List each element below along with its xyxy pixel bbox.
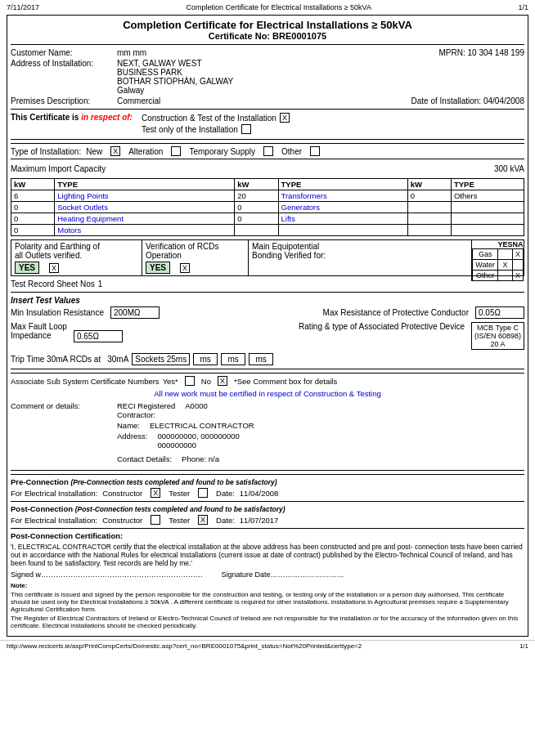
address-row2: Address: 000000000, 000000000 000000000: [117, 432, 524, 450]
col-kw1: kW: [11, 179, 55, 190]
cell-type1-r2: Socket Outlets: [55, 202, 235, 213]
address-row: Address of Installation: NEXT, GALWAY WE…: [11, 59, 524, 95]
pre-constructor-label: Constructor: [102, 489, 142, 498]
table-row: 0 Heating Equipment 0 Lifts: [11, 213, 524, 225]
cell-kw1-r1: 6: [11, 190, 55, 202]
verification-x-checkbox[interactable]: X: [180, 263, 190, 273]
other-yes: [497, 271, 512, 281]
date-install-row: Date of Installation: 04/04/2008: [411, 96, 524, 105]
temp-checkbox[interactable]: [263, 146, 273, 156]
cell-kw1-r2: 0: [11, 202, 55, 213]
footer-bar: http://www.recicerts.ie/asp/PrintCompCer…: [0, 640, 535, 651]
polarity-right: Main Equipotential Bonding Verified for:…: [249, 240, 524, 275]
max-import-row: Maximum Import Capacity 300 kVA: [11, 163, 524, 175]
verification-label: Verification of RCDs: [146, 242, 245, 251]
reci-label: RECI Registered Contractor:: [117, 401, 175, 419]
rating-label: Rating & type of Associated Protective D…: [299, 322, 465, 331]
pre-constructor-checkbox[interactable]: X: [151, 488, 160, 498]
insulation-row: Min Insulation Resistance 200MΩ Max Resi…: [11, 306, 524, 319]
associate-note: *See Comment box for details: [234, 377, 337, 386]
table-row: 0 Socket Outlets 0 Generators: [11, 202, 524, 213]
premises-value: Commercial: [117, 96, 411, 105]
construction-checkbox[interactable]: X: [280, 113, 290, 123]
post-sig-row: For Electrical Installation: Constructor…: [11, 515, 524, 525]
cell-kw2-r3: 0: [235, 213, 278, 225]
main-label2: Bonding Verified for:: [252, 251, 463, 260]
construction-label: Construction & Test of the Installation: [142, 114, 276, 123]
polarity-label: Polarity and Earthing of: [15, 242, 138, 251]
min-insulation-value: 200MΩ: [110, 306, 160, 319]
customer-name-value: mm mm: [117, 48, 438, 57]
note-section: Note: This certificate is issued and sig…: [11, 582, 524, 629]
installation-type-row: Type of Installation: New X Alteration T…: [11, 143, 524, 159]
trip-value: Sockets 25ms: [132, 353, 190, 365]
post-tester-checkbox[interactable]: X: [198, 515, 208, 525]
address-value: NEXT, GALWAY WEST BUSINESS PARK BOTHAR S…: [117, 59, 524, 95]
comment-right: RECI Registered Contractor: A0000 Name: …: [117, 401, 524, 467]
pre-tester-checkbox[interactable]: [198, 488, 208, 498]
page: 7/11/2017 Completion Certificate for Ele…: [0, 0, 535, 651]
pre-sig-row: For Electrical Installation: Constructor…: [11, 488, 524, 498]
top-bar: 7/11/2017 Completion Certificate for Ele…: [0, 0, 535, 15]
alteration-checkbox[interactable]: [171, 146, 181, 156]
water-yes: X: [497, 260, 512, 271]
fault-loop-group: Max Fault Loop Impedance: [11, 322, 67, 340]
top-page: 1/1: [518, 3, 528, 11]
divider1: [11, 109, 524, 110]
cert-text: 'I, ELECTRICAL CONTRACTOR certify that t…: [11, 543, 524, 567]
pre-title: Pre-Connection (Pre-Connection tests com…: [11, 477, 524, 486]
fault-loop-row: Max Fault Loop Impedance 0.65Ω Rating & …: [11, 322, 524, 350]
respect-text: This Certificate is in respect of:: [11, 113, 133, 122]
new-checkbox[interactable]: X: [110, 146, 120, 156]
pre-date-label: Date:: [216, 489, 235, 498]
other-row: Other X: [473, 271, 524, 281]
yes-header: YES: [497, 240, 512, 249]
other-label: Other: [473, 271, 498, 281]
divider5: [11, 470, 524, 471]
cell-kw1-r4: 0: [11, 225, 55, 236]
associate-label: Associate Sub System Certificate Numbers: [11, 377, 160, 386]
col-type3: TYPE: [451, 179, 524, 190]
polarity-check-row: YES X: [15, 262, 138, 274]
cell-kw3-r2: [407, 202, 451, 213]
cell-type2-r4: [278, 225, 407, 236]
premises-label: Premises Description:: [11, 96, 117, 105]
customer-name-row: Customer Name: mm mm MPRN: 10 304 148 19…: [11, 48, 524, 57]
gas-label: Gas: [473, 249, 498, 260]
associate-yes-checkbox[interactable]: [185, 376, 195, 386]
contractor-address-value: 000000000, 000000000 000000000: [158, 432, 240, 450]
gas-na: X: [512, 249, 523, 260]
divider3: [11, 292, 524, 293]
test-only-row: Test only of the Installation: [142, 124, 524, 134]
post-label: For Electrical Installation:: [11, 516, 97, 525]
test-record-value: 1: [98, 280, 103, 289]
post-date-label: Date:: [216, 516, 235, 525]
associate-no-checkbox[interactable]: X: [218, 376, 227, 386]
date-install-value: 04/04/2008: [483, 96, 524, 105]
water-row: Water X: [473, 260, 524, 271]
cell-type3-r4: [451, 225, 524, 236]
cell-type2-r3: Lifts: [278, 213, 407, 225]
divider4: [11, 369, 524, 369]
gas-row: Gas X: [473, 249, 524, 260]
top-date: 7/11/2017: [7, 3, 39, 11]
max-resistance-value: 0.05Ω: [475, 306, 524, 319]
footer-url: http://www.recicerts.ie/asp/PrintCompCer…: [7, 642, 362, 650]
col-kw3: kW: [407, 179, 451, 190]
pre-connection: Pre-Connection (Pre-Connection tests com…: [11, 474, 524, 498]
respect-section: This Certificate is in respect of: Const…: [11, 113, 524, 136]
test-only-checkbox[interactable]: [241, 124, 251, 134]
cell-kw2-r2: 0: [235, 202, 278, 213]
other-checkbox[interactable]: [310, 146, 320, 156]
main-title: Completion Certificate for Electrical In…: [11, 19, 524, 31]
polarity-x-checkbox[interactable]: X: [49, 263, 59, 273]
post-constructor-checkbox[interactable]: [151, 515, 160, 525]
certification-section: Post-Connection Certification: 'I, ELECT…: [11, 528, 524, 579]
pre-tester-label: Tester: [169, 489, 190, 498]
post-connection: Post-Connection (Post-Connection tests c…: [11, 501, 524, 525]
construction-row: Construction & Test of the Installation …: [142, 113, 524, 123]
cell-type1-r4: Motors: [55, 225, 235, 236]
main-label: Main Equipotential: [252, 242, 463, 251]
alteration-label: Alteration: [128, 147, 163, 156]
note-title: Note:: [11, 582, 27, 589]
